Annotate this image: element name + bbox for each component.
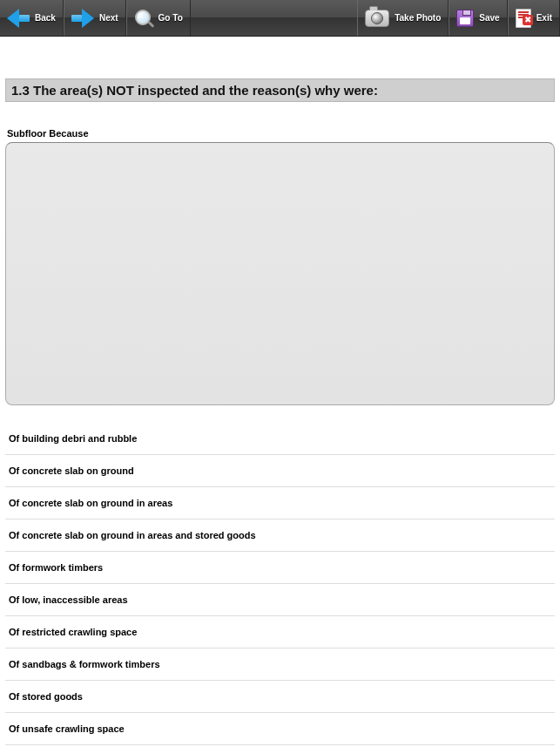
take-photo-button[interactable]: Take Photo — [357, 0, 449, 36]
goto-button[interactable]: Go To — [126, 0, 191, 36]
back-button[interactable]: Back — [0, 0, 64, 36]
take-photo-label: Take Photo — [395, 13, 441, 23]
next-label: Next — [99, 13, 118, 23]
toolbar: Back Next Go To Take Photo Save Exit — [0, 0, 560, 37]
camera-icon — [365, 10, 389, 27]
arrow-left-icon — [7, 10, 30, 26]
list-item[interactable]: Of formwork timbers — [5, 552, 555, 584]
save-button[interactable]: Save — [449, 0, 507, 36]
content-area: 1.3 The area(s) NOT inspected and the re… — [0, 78, 560, 745]
subfloor-textarea[interactable] — [6, 143, 554, 404]
list-item[interactable]: Of stored goods — [5, 681, 555, 713]
save-label: Save — [479, 13, 499, 23]
list-item[interactable]: Of building debri and rubble — [5, 423, 555, 455]
floppy-icon — [456, 10, 474, 27]
goto-label: Go To — [159, 13, 183, 23]
options-list: Of building debri and rubble Of concrete… — [5, 423, 555, 745]
section-header: 1.3 The area(s) NOT inspected and the re… — [5, 78, 555, 102]
list-item[interactable]: Of sandbags & formwork timbers — [5, 649, 555, 681]
list-item[interactable]: Of concrete slab on ground — [5, 455, 555, 487]
document-exit-icon — [516, 9, 531, 28]
subfloor-textarea-wrap — [5, 142, 555, 405]
list-item[interactable]: Of concrete slab on ground in areas — [5, 487, 555, 520]
magnifier-icon — [134, 9, 153, 28]
back-label: Back — [35, 13, 56, 23]
field-label: Subfloor Because — [7, 128, 555, 139]
exit-label: Exit — [536, 13, 552, 23]
list-item[interactable]: Of low, inaccessible areas — [5, 584, 555, 616]
next-button[interactable]: Next — [64, 0, 126, 36]
exit-button[interactable]: Exit — [508, 0, 560, 36]
arrow-right-icon — [71, 10, 94, 26]
list-item[interactable]: Of restricted crawling space — [5, 616, 555, 649]
list-item[interactable]: Of unsafe crawling space — [5, 713, 555, 745]
list-item[interactable]: Of concrete slab on ground in areas and … — [5, 520, 555, 552]
